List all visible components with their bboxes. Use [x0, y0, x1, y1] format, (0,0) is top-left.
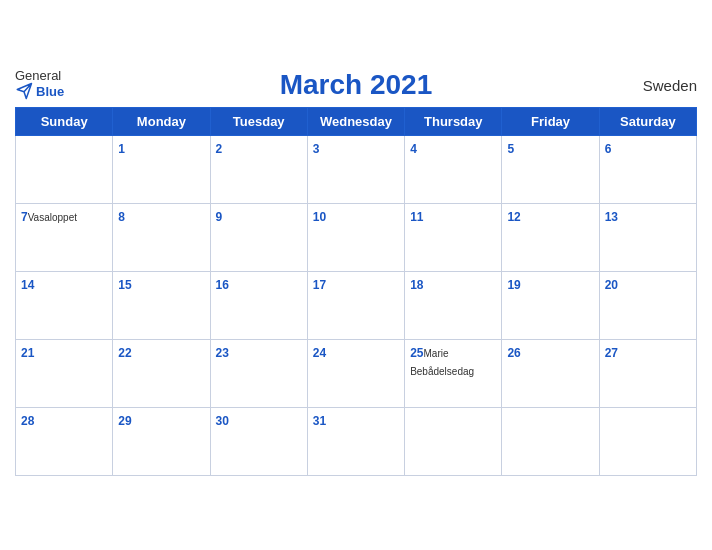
- day-number: 17: [313, 278, 326, 292]
- header-tuesday: Tuesday: [210, 108, 307, 136]
- calendar-cell: 2: [210, 136, 307, 204]
- calendar-cell: 23: [210, 340, 307, 408]
- calendar-grid: Sunday Monday Tuesday Wednesday Thursday…: [15, 107, 697, 476]
- logo-general: General: [15, 69, 61, 82]
- day-number: 23: [216, 346, 229, 360]
- calendar-cell: 31: [307, 408, 404, 476]
- calendar-cell: 26: [502, 340, 599, 408]
- calendar-cell: 17: [307, 272, 404, 340]
- calendar-cell: 28: [16, 408, 113, 476]
- day-number: 28: [21, 414, 34, 428]
- day-number: 6: [605, 142, 612, 156]
- day-number: 24: [313, 346, 326, 360]
- calendar-cell: 6: [599, 136, 696, 204]
- day-number: 9: [216, 210, 223, 224]
- header-thursday: Thursday: [405, 108, 502, 136]
- calendar-cell: [16, 136, 113, 204]
- day-number: 1: [118, 142, 125, 156]
- calendar-cell: [405, 408, 502, 476]
- day-number: 18: [410, 278, 423, 292]
- header-saturday: Saturday: [599, 108, 696, 136]
- day-number: 11: [410, 210, 423, 224]
- calendar-country: Sweden: [643, 77, 697, 94]
- calendar-cell: 15: [113, 272, 210, 340]
- day-event: Vasaloppet: [28, 212, 77, 223]
- header-monday: Monday: [113, 108, 210, 136]
- day-number: 29: [118, 414, 131, 428]
- calendar-cell: 27: [599, 340, 696, 408]
- calendar-cell: 12: [502, 204, 599, 272]
- week-row-1: 123456: [16, 136, 697, 204]
- week-row-3: 14151617181920: [16, 272, 697, 340]
- day-number: 5: [507, 142, 514, 156]
- day-number: 30: [216, 414, 229, 428]
- logo-blue: Blue: [15, 82, 64, 100]
- week-row-4: 2122232425Marie Bebådelsedag2627: [16, 340, 697, 408]
- calendar-cell: 3: [307, 136, 404, 204]
- days-header-row: Sunday Monday Tuesday Wednesday Thursday…: [16, 108, 697, 136]
- calendar-cell: 30: [210, 408, 307, 476]
- calendar-cell: 5: [502, 136, 599, 204]
- calendar-cell: 1: [113, 136, 210, 204]
- calendar-cell: 29: [113, 408, 210, 476]
- day-number: 10: [313, 210, 326, 224]
- calendar-cell: 18: [405, 272, 502, 340]
- day-number: 25: [410, 346, 423, 360]
- calendar-cell: 13: [599, 204, 696, 272]
- day-number: 19: [507, 278, 520, 292]
- day-number: 26: [507, 346, 520, 360]
- calendar-cell: 10: [307, 204, 404, 272]
- calendar-cell: 22: [113, 340, 210, 408]
- day-number: 2: [216, 142, 223, 156]
- calendar-cell: 19: [502, 272, 599, 340]
- header-sunday: Sunday: [16, 108, 113, 136]
- calendar-cell: 20: [599, 272, 696, 340]
- calendar-title: March 2021: [280, 69, 433, 101]
- calendar-cell: 4: [405, 136, 502, 204]
- calendar-cell: 16: [210, 272, 307, 340]
- calendar-cell: 8: [113, 204, 210, 272]
- day-number: 7: [21, 210, 28, 224]
- calendar-cell: 14: [16, 272, 113, 340]
- day-number: 12: [507, 210, 520, 224]
- calendar-header: General Blue March 2021 Sweden: [15, 69, 697, 101]
- calendar-cell: [502, 408, 599, 476]
- day-number: 20: [605, 278, 618, 292]
- logo: General Blue: [15, 69, 64, 100]
- day-number: 16: [216, 278, 229, 292]
- header-wednesday: Wednesday: [307, 108, 404, 136]
- calendar-cell: [599, 408, 696, 476]
- calendar-cell: 7Vasaloppet: [16, 204, 113, 272]
- week-row-5: 28293031: [16, 408, 697, 476]
- day-number: 4: [410, 142, 417, 156]
- day-number: 14: [21, 278, 34, 292]
- day-number: 21: [21, 346, 34, 360]
- week-row-2: 7Vasaloppet8910111213: [16, 204, 697, 272]
- day-number: 22: [118, 346, 131, 360]
- calendar-cell: 9: [210, 204, 307, 272]
- header-friday: Friday: [502, 108, 599, 136]
- day-number: 31: [313, 414, 326, 428]
- calendar-cell: 11: [405, 204, 502, 272]
- day-number: 3: [313, 142, 320, 156]
- logo-bird-icon: [15, 82, 33, 100]
- day-number: 15: [118, 278, 131, 292]
- day-number: 8: [118, 210, 125, 224]
- day-number: 13: [605, 210, 618, 224]
- calendar-cell: 25Marie Bebådelsedag: [405, 340, 502, 408]
- calendar-container: General Blue March 2021 Sweden Sunday Mo…: [0, 59, 712, 491]
- calendar-cell: 21: [16, 340, 113, 408]
- calendar-cell: 24: [307, 340, 404, 408]
- day-number: 27: [605, 346, 618, 360]
